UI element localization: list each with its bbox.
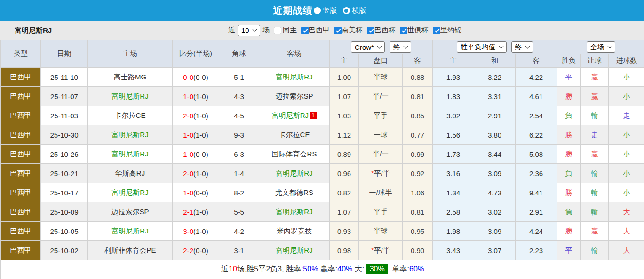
checkbox-icon[interactable] — [400, 27, 407, 34]
team-label: 富明尼斯RJ — [276, 169, 312, 177]
team-label: 高士路MG — [114, 73, 146, 81]
avg-away-cell: 2.23 — [516, 241, 557, 260]
chevron-down-icon — [253, 27, 257, 32]
date-cell: 25-10-09 — [41, 202, 88, 222]
summary-row: 近10场,胜5平2负3, 胜率:50% 赢率:40% 大: 30% 单率:60% — [1, 260, 644, 279]
result-outcome-cell: 平 — [557, 68, 581, 87]
score-cell: 2-2(0-0) — [173, 241, 219, 260]
competition-label: 南美杯 — [342, 26, 363, 35]
horizontal-layout-radio[interactable] — [343, 7, 350, 14]
odds-home-cell: 1.00 — [330, 68, 359, 87]
odds-away-cell: 0.95 — [403, 222, 433, 241]
result-label: 赢 — [591, 73, 598, 81]
team-label: 国际体育会RS — [272, 150, 317, 158]
result-goals-cell: 小 — [609, 87, 644, 106]
corners-cell: 6-3 — [219, 145, 259, 164]
date-cell: 25-10-26 — [41, 145, 88, 164]
result-outcome-cell: 勝 — [557, 222, 581, 241]
col-header-result-goals: 进球数 — [609, 54, 644, 68]
halftime-score: (0-0) — [193, 189, 208, 197]
avg-draw-cell: 3.80 — [474, 125, 516, 145]
avg-away-cell: 5.08 — [516, 145, 557, 164]
handicap-cell: 平手 — [359, 106, 403, 125]
league-cell: 巴西甲 — [1, 87, 41, 106]
league-cell: 巴西甲 — [1, 164, 41, 183]
away-team-cell: 卡尔拉CE — [259, 125, 330, 145]
team-label: 卡尔拉CE — [115, 111, 146, 119]
odds-time-select-2[interactable]: 终 — [511, 41, 533, 53]
corners-cell: 1-4 — [219, 164, 259, 183]
result-handicap-cell: 輸 — [581, 164, 609, 183]
col-header-result-handicap: 让球 — [581, 54, 609, 68]
avg-away-cell: 6.22 — [516, 125, 557, 145]
odds-time-select-1[interactable]: 终 — [390, 41, 411, 53]
checkbox-icon[interactable] — [274, 27, 281, 34]
vertical-layout-label[interactable]: 竖版 — [323, 6, 337, 15]
result-goals-cell: 大 — [609, 222, 644, 241]
result-handicap-cell: 輸 — [581, 183, 609, 202]
competition-filter-南美杯[interactable]: 南美杯 — [334, 26, 363, 35]
handicap-cell: 一/球半 — [359, 183, 403, 202]
vertical-layout-radio[interactable] — [314, 7, 321, 14]
competition-filter-里约锦[interactable]: 里约锦 — [433, 26, 461, 35]
fulltime-score: 1-0 — [183, 150, 193, 158]
competition-label: 巴西甲 — [309, 26, 330, 35]
odds-select-group: Crow* 终 — [330, 40, 433, 54]
team-label: 迈拉索尔SP — [275, 92, 313, 100]
recent-matches-table: 类型 日期 主场 比分(半场) 角球 客场 Crow* 终 — [0, 40, 644, 279]
avg-odds-select[interactable]: 胜平负均值 — [457, 41, 507, 53]
checkbox-icon[interactable] — [367, 27, 374, 34]
away-team-cell: 米内罗竞技 — [259, 222, 330, 241]
competition-filter-世俱杯[interactable]: 世俱杯 — [400, 26, 429, 35]
halftime-score: (1-0) — [193, 112, 208, 120]
team-label: 富明尼斯RJ — [111, 92, 148, 100]
team-label: 华斯高RJ — [115, 169, 145, 177]
result-label: 小 — [623, 73, 630, 81]
footer-stat: 胜率: — [286, 265, 303, 273]
same-home-filter[interactable]: 同主 — [274, 26, 297, 35]
horizontal-layout-label[interactable]: 横版 — [352, 6, 366, 15]
home-team-cell: 富明尼斯RJ — [88, 183, 173, 202]
match-row: 巴西甲25-10-09迈拉索尔SP2-1(1-0)5-5富明尼斯RJ1.07平手… — [1, 202, 644, 222]
chevron-down-icon — [525, 44, 530, 48]
halftime-score: (1-0) — [193, 208, 208, 216]
competition-filter-巴西甲[interactable]: 巴西甲 — [301, 26, 330, 35]
home-team-cell: 利斯菲体育会PE — [88, 241, 173, 260]
date-cell: 25-11-07 — [41, 87, 88, 106]
team-label: 卡尔拉CE — [279, 131, 310, 139]
league-cell: 巴西甲 — [1, 125, 41, 145]
recent-count-select[interactable]: 10 — [238, 25, 260, 36]
match-row: 巴西甲25-11-07富明尼斯RJ1-0(1-0)4-3迈拉索尔SP1.07半/… — [1, 87, 644, 106]
result-label: 輸 — [591, 188, 598, 196]
checkbox-icon[interactable] — [334, 27, 342, 34]
odds-away-cell: 0.99 — [403, 145, 433, 164]
scope-select[interactable]: 全场 — [587, 41, 615, 53]
odds-home-cell: 1.03 — [330, 106, 359, 125]
checkbox-icon[interactable] — [433, 27, 440, 34]
odds-company-select[interactable]: Crow* — [351, 41, 385, 53]
match-row: 巴西甲25-10-26富明尼斯RJ1-0(0-0)6-3国际体育会RS0.89半… — [1, 145, 644, 164]
fulltime-score: 1-0 — [183, 189, 193, 197]
recent-results-panel: 近期战绩 竖版 横版 富明尼斯RJ 近 10 场 同主 巴西甲南美杯巴西杯世俱杯… — [0, 0, 644, 279]
halftime-score: (0-0) — [193, 73, 208, 81]
handicap-cell: 半/一 — [359, 87, 403, 106]
result-goals-cell: 大 — [609, 241, 644, 260]
result-outcome-cell: 平 — [557, 241, 581, 260]
home-team-cell: 富明尼斯RJ — [88, 222, 173, 241]
star-mark: * — [371, 246, 374, 254]
result-label: 赢 — [591, 150, 598, 158]
checkbox-icon[interactable] — [301, 27, 309, 34]
footer-stat: 场,胜5平2负3, — [237, 265, 286, 273]
competition-filter-巴西杯[interactable]: 巴西杯 — [367, 26, 396, 35]
footer-stat: 近 — [221, 265, 229, 273]
avg-draw-cell: 3.07 — [474, 241, 516, 260]
avg-home-cell: 3.16 — [433, 164, 474, 183]
odds-home-cell: 1.07 — [330, 202, 359, 222]
footer-stat: 大: — [352, 265, 366, 273]
scope-select-group: 全场 — [557, 40, 644, 54]
result-outcome-cell: 負 — [557, 202, 581, 222]
fulltime-score: 1-0 — [183, 93, 193, 101]
corners-cell: 5-5 — [219, 202, 259, 222]
result-label: 輸 — [591, 111, 598, 119]
home-team-cell: 迈拉索尔SP — [88, 202, 173, 222]
